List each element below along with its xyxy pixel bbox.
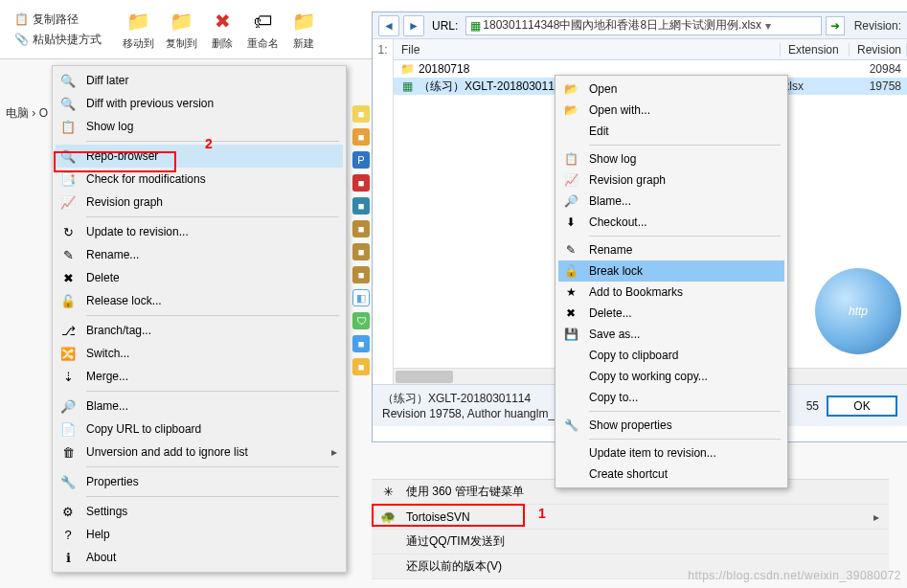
menu-item-edit[interactable]: Edit xyxy=(558,121,784,142)
menu-item-delete[interactable]: ✖Delete... xyxy=(558,303,784,324)
file-rev: 20984 xyxy=(850,62,907,76)
nav-back-button[interactable]: ◄ xyxy=(378,15,399,36)
menu-item-properties[interactable]: 🔧Properties xyxy=(56,470,343,493)
dock-icon[interactable]: ■ xyxy=(352,128,370,146)
repo-toolbar: ◄ ► URL: ▦180301114348中國內地和香港8日上網卡试测用例.x… xyxy=(373,12,907,39)
menu-item-branch-tag[interactable]: ⎇Branch/tag... xyxy=(56,319,343,342)
scrollbar-thumb[interactable] xyxy=(396,371,453,383)
col-file[interactable]: File xyxy=(394,43,781,57)
breadcrumb[interactable]: 电脑 › O xyxy=(0,103,54,124)
rename-button[interactable]: 🏷重命名 xyxy=(241,6,284,53)
menu-item-update-to[interactable]: ↻Update to revision... xyxy=(56,220,343,243)
new-button[interactable]: 📁新建 xyxy=(284,6,323,53)
menu-item-rev-graph[interactable]: 📈Revision graph xyxy=(558,170,784,191)
dock-icon[interactable]: P xyxy=(352,151,370,169)
sys-item-tortoisesvn[interactable]: 🐢TortoiseSVN▸ xyxy=(372,505,889,530)
dock-icon[interactable]: ■ xyxy=(352,220,370,237)
watermark: https://blog.csdn.net/weixin_39080072 xyxy=(688,569,901,582)
copy-to-button[interactable]: 📁复制到 xyxy=(160,6,203,53)
menu-item-label: Rename xyxy=(589,243,632,257)
menu-item-show-log[interactable]: 📋Show log xyxy=(558,148,784,170)
vertical-dock: ■ ■ P ■ ■ ■ ■ ■ ◧ 🛡 ■ ■ xyxy=(352,105,372,375)
menu-item-save-as[interactable]: 💾Save as... xyxy=(558,324,784,345)
paste-shortcut[interactable]: 📎粘贴快捷方式 xyxy=(8,30,107,50)
nav-forward-button[interactable]: ► xyxy=(403,15,424,36)
tree-pane[interactable]: 1: xyxy=(373,39,394,384)
dock-icon[interactable]: ■ xyxy=(352,105,370,123)
menu-item-blame[interactable]: 🔎Blame... xyxy=(558,191,784,212)
menu-item-update-rev[interactable]: Update item to revision... xyxy=(558,442,784,464)
dock-icon[interactable]: ■ xyxy=(352,266,370,283)
diff-later-icon: 🔍 xyxy=(59,72,77,89)
menu-item-repo-browser[interactable]: 🔍Repo-browser xyxy=(56,145,343,168)
menu-item-break-lock[interactable]: 🔓Break lock xyxy=(558,260,784,282)
menu-item-bookmark[interactable]: ★Add to Bookmarks xyxy=(558,282,784,303)
menu-item-rev-graph[interactable]: 📈Revision graph xyxy=(56,191,343,214)
annotation-label-1: 1 xyxy=(538,506,546,521)
file-ext: .xlsx xyxy=(781,79,850,93)
copy-path-icon: 📋 xyxy=(13,11,29,27)
dropdown-icon[interactable]: ▾ xyxy=(765,19,771,33)
menu-item-label: Show properties xyxy=(589,418,672,432)
menu-item-copy-wc[interactable]: Copy to working copy... xyxy=(558,366,784,387)
sys-item-qqtim[interactable]: 通过QQ/TIM发送到 xyxy=(372,530,889,554)
branch-tag-icon: ⎇ xyxy=(59,322,77,339)
menu-item-label: Copy URL to clipboard xyxy=(86,422,337,436)
menu-item-label: Switch... xyxy=(86,347,337,360)
col-revision[interactable]: Revision xyxy=(850,43,907,57)
menu-item-about[interactable]: ℹAbout xyxy=(56,546,343,569)
menu-item-check-mod[interactable]: 📑Check for modifications xyxy=(56,168,343,191)
menu-item-blame[interactable]: 🔎Blame... xyxy=(56,395,343,418)
annotation-label-2: 2 xyxy=(205,136,213,151)
dock-icon[interactable]: ■ xyxy=(352,197,370,215)
copy-to-icon xyxy=(562,389,579,406)
menu-item-label: Help xyxy=(86,528,337,541)
menu-item-copy-to[interactable]: Copy to... xyxy=(558,387,784,408)
dock-icon[interactable]: ■ xyxy=(352,243,370,260)
menu-item-rename[interactable]: ✎Rename... xyxy=(56,243,343,266)
menu-item-open[interactable]: 📂Open xyxy=(558,79,784,100)
menu-item-diff-prev[interactable]: 🔍Diff with previous version xyxy=(56,92,343,115)
menu-item-open-with[interactable]: 📂Open with... xyxy=(558,100,784,121)
col-extension[interactable]: Extension xyxy=(781,43,850,57)
menu-item-diff-later[interactable]: 🔍Diff later xyxy=(56,69,343,92)
folder-icon: 📁 xyxy=(399,61,415,77)
move-to-button[interactable]: 📁移动到 xyxy=(117,6,160,53)
repo-context-menu: 📂Open📂Open with...Edit📋Show log📈Revision… xyxy=(555,75,788,488)
menu-item-unversion[interactable]: 🗑Unversion and add to ignore list▸ xyxy=(56,441,343,464)
copy-path[interactable]: 📋复制路径 xyxy=(8,10,107,30)
menu-item-label: Diff later xyxy=(86,74,337,87)
menu-item-label: Open with... xyxy=(589,103,650,117)
go-button[interactable]: ➜ xyxy=(826,16,845,35)
menu-item-release-lock[interactable]: 🔓Release lock... xyxy=(56,289,343,312)
menu-item-copy-url[interactable]: 📄Copy URL to clipboard xyxy=(56,418,343,441)
menu-item-delete[interactable]: ✖Delete xyxy=(56,266,343,289)
menu-item-label: Diff with previous version xyxy=(86,97,337,110)
dock-icon[interactable]: ■ xyxy=(352,174,370,192)
ok-button[interactable]: OK xyxy=(827,396,897,417)
properties-icon: 🔧 xyxy=(59,473,77,490)
menu-item-rename[interactable]: ✎Rename xyxy=(558,239,784,260)
menu-item-show-props[interactable]: 🔧Show properties xyxy=(558,415,784,436)
menu-item-switch[interactable]: 🔀Switch... xyxy=(56,342,343,365)
menu-item-label: Edit xyxy=(589,124,609,138)
menu-item-show-log[interactable]: 📋Show log xyxy=(56,115,343,138)
paste-shortcut-icon: 📎 xyxy=(13,32,29,47)
dock-icon[interactable]: ■ xyxy=(352,335,370,352)
column-headers[interactable]: File Extension Revision xyxy=(394,39,907,60)
dock-icon[interactable]: ◧ xyxy=(352,289,370,306)
menu-item-shortcut[interactable]: Create shortcut xyxy=(558,464,784,485)
menu-item-copy-clip[interactable]: Copy to clipboard xyxy=(558,345,784,366)
menu-item-label: Copy to... xyxy=(589,391,638,404)
menu-item-merge[interactable]: ⇣Merge... xyxy=(56,365,343,388)
dock-icon[interactable]: ■ xyxy=(352,358,370,375)
menu-item-label: Delete xyxy=(86,271,337,284)
menu-item-help[interactable]: ?Help xyxy=(56,523,343,546)
dock-icon[interactable]: 🛡 xyxy=(352,312,370,329)
menu-item-label: Delete... xyxy=(589,306,632,320)
delete-button[interactable]: ✖删除 xyxy=(203,6,241,53)
url-input[interactable]: ▦180301114348中國內地和香港8日上網卡试测用例.xlsx▾ xyxy=(465,16,821,35)
menu-item-checkout[interactable]: ⬇Checkout... xyxy=(558,212,784,233)
open-with-icon: 📂 xyxy=(562,102,579,119)
menu-item-settings[interactable]: ⚙Settings xyxy=(56,500,343,523)
